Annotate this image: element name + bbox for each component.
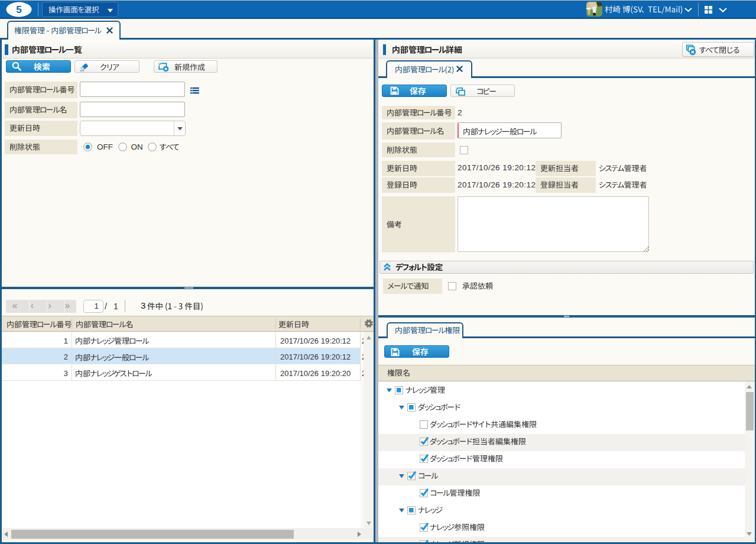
svg-text:5: 5 (16, 4, 21, 15)
